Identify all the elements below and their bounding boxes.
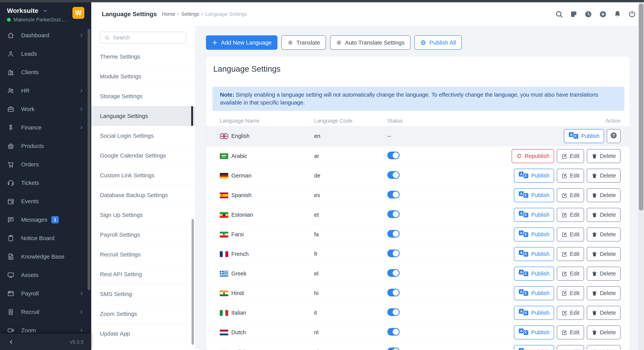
publish-button-english[interactable]: APublish	[564, 129, 604, 143]
logout-power-icon[interactable]	[628, 10, 636, 18]
delete-button-french[interactable]: Delete	[587, 247, 620, 261]
sidebar-scrollbar[interactable]	[88, 29, 90, 290]
publish-button-spanish[interactable]: APublish	[514, 188, 554, 202]
sidebar-item-leads[interactable]: Leads	[0, 44, 91, 63]
settings-item-recruit-settings[interactable]: Recruit Settings	[91, 244, 195, 264]
edit-button-italian[interactable]: Edit	[557, 306, 584, 320]
status-toggle-greek[interactable]	[387, 269, 400, 277]
delete-button-dutch[interactable]: Delete	[587, 326, 620, 340]
delete-button-greek[interactable]: Delete	[587, 267, 620, 281]
publish-button-estonian[interactable]: APublish	[514, 208, 554, 222]
sidebar-item-dashboard[interactable]: Dashboard	[0, 26, 91, 44]
notifications-bell-icon[interactable]	[613, 10, 622, 18]
publish-button-polish[interactable]: APublish	[514, 345, 554, 350]
add-new-language-button[interactable]: Add New Language	[206, 35, 278, 50]
settings-item-payroll-settings[interactable]: Payroll Settings	[91, 225, 195, 244]
search-icon	[104, 35, 110, 40]
republish-button-arabic[interactable]: Republish	[512, 149, 554, 163]
edit-button-german[interactable]: Edit	[557, 169, 584, 183]
status-toggle-farsi[interactable]	[387, 230, 400, 238]
status-toggle-arabic[interactable]	[387, 152, 400, 159]
sidebar-item-hr[interactable]: HR	[0, 82, 91, 100]
sidebar-item-finance[interactable]: Finance	[0, 118, 91, 137]
settings-item-theme-settings[interactable]: Theme Settings	[91, 47, 195, 66]
settings-item-storage-settings[interactable]: Storage Settings	[91, 86, 195, 106]
edit-button-spanish[interactable]: Edit	[557, 188, 584, 202]
settings-item-custom-link-settings[interactable]: Custom Link Settings	[91, 166, 195, 185]
breadcrumb-home[interactable]: Home	[162, 11, 175, 17]
publish-button-german[interactable]: APublish	[514, 169, 554, 183]
status-cell	[387, 230, 514, 239]
sidebar-item-notice-board[interactable]: Notice Board	[0, 229, 91, 248]
settings-item-rest-api-setting[interactable]: Rest API Setting	[91, 264, 195, 284]
publish-button-greek[interactable]: APublish	[514, 267, 554, 281]
sidebar-item-clients[interactable]: Clients	[0, 63, 91, 82]
settings-item-language-settings[interactable]: Language Settings	[91, 106, 195, 126]
add-new-icon[interactable]	[599, 10, 607, 18]
time-log-icon[interactable]	[584, 10, 592, 18]
sidebar-item-assets[interactable]: Assets	[0, 266, 91, 284]
status-toggle-dutch[interactable]	[387, 328, 400, 336]
status-toggle-french[interactable]	[387, 250, 400, 257]
delete-button-arabic[interactable]: Delete	[587, 149, 620, 163]
settings-item-sign-up-settings[interactable]: Sign Up Settings	[91, 205, 195, 225]
sidebar-item-work[interactable]: Work	[0, 100, 91, 118]
delete-button-estonian[interactable]: Delete	[587, 208, 620, 222]
sidebar-item-events[interactable]: Events	[0, 192, 91, 210]
sidebar-item-knowledge-base[interactable]: Knowledge Base	[0, 248, 91, 266]
page-scrollbar-thumb[interactable]	[639, 4, 644, 210]
status-toggle-estonian[interactable]	[387, 210, 400, 218]
edit-button-estonian[interactable]: Edit	[557, 208, 584, 222]
sidebar-item-recruit[interactable]: Recruit	[0, 303, 91, 321]
publish-button-dutch[interactable]: APublish	[514, 326, 554, 340]
settings-item-update-app[interactable]: Update App	[91, 324, 195, 344]
delete-button-hindi[interactable]: Delete	[587, 286, 620, 300]
delete-button-italian[interactable]: Delete	[587, 306, 620, 320]
translate-button[interactable]: Translate	[282, 35, 326, 50]
sidebar-item-payroll[interactable]: Payroll	[0, 284, 91, 303]
page-scrollbar[interactable]	[638, 2, 644, 350]
edit-button-farsi[interactable]: Edit	[557, 228, 584, 242]
help-button-english[interactable]: ?	[607, 129, 620, 143]
collapse-sidebar-button[interactable]	[8, 339, 14, 346]
settings-item-sms-setting[interactable]: SMS Setting	[91, 284, 195, 304]
search-icon[interactable]	[555, 10, 563, 18]
sidebar-item-tickets[interactable]: Tickets	[0, 174, 91, 192]
status-toggle-polish[interactable]	[387, 348, 400, 350]
auto-translate-settings-button[interactable]: Auto Translate Settings	[330, 35, 410, 50]
settings-item-module-settings[interactable]: Module Settings	[91, 66, 195, 86]
delete-button-farsi[interactable]: Delete	[587, 228, 620, 242]
sidebar-item-orders[interactable]: Orders	[0, 155, 91, 174]
delete-button-german[interactable]: Delete	[587, 169, 620, 183]
settings-item-social-login-settings[interactable]: Social Login Settings	[91, 126, 195, 146]
breadcrumb-settings[interactable]: Settings	[181, 11, 199, 17]
publish-button-french[interactable]: APublish	[514, 247, 554, 261]
sticky-note-icon[interactable]	[570, 10, 578, 18]
edit-button-greek[interactable]: Edit	[557, 267, 584, 281]
status-toggle-spanish[interactable]	[387, 191, 400, 198]
settings-item-zoom-settings[interactable]: Zoom Settings	[91, 304, 195, 324]
publish-button-italian[interactable]: APublish	[514, 306, 554, 320]
sidebar-item-products[interactable]: Products	[0, 137, 91, 155]
edit-button-dutch[interactable]: Edit	[557, 326, 584, 340]
delete-button-polish[interactable]: Delete	[587, 345, 620, 350]
trash-icon	[591, 232, 598, 238]
settings-item-database-backup-settings[interactable]: Database Backup Settings	[91, 185, 195, 205]
status-toggle-italian[interactable]	[387, 308, 400, 316]
trash-icon	[591, 290, 598, 296]
publish-button-farsi[interactable]: APublish	[514, 228, 554, 242]
edit-button-french[interactable]: Edit	[557, 247, 584, 261]
settings-scrollbar[interactable]	[192, 219, 194, 345]
edit-button-arabic[interactable]: Edit	[557, 149, 584, 163]
status-toggle-hindi[interactable]	[387, 289, 400, 296]
edit-button-polish[interactable]: Edit	[557, 345, 584, 350]
settings-item-google-calendar-settings[interactable]: Google Calendar Settings	[91, 146, 195, 166]
delete-button-spanish[interactable]: Delete	[587, 188, 620, 202]
sidebar-item-messages[interactable]: Messages1	[0, 210, 91, 229]
status-toggle-german[interactable]	[387, 171, 400, 179]
settings-search-input[interactable]	[113, 34, 182, 41]
workspace-switcher[interactable]: Worksuite Makenzie Parker2xzc… W	[0, 2, 91, 26]
publish-all-button[interactable]: Publish All	[414, 35, 462, 50]
publish-button-hindi[interactable]: APublish	[514, 286, 554, 300]
edit-button-hindi[interactable]: Edit	[557, 286, 584, 300]
